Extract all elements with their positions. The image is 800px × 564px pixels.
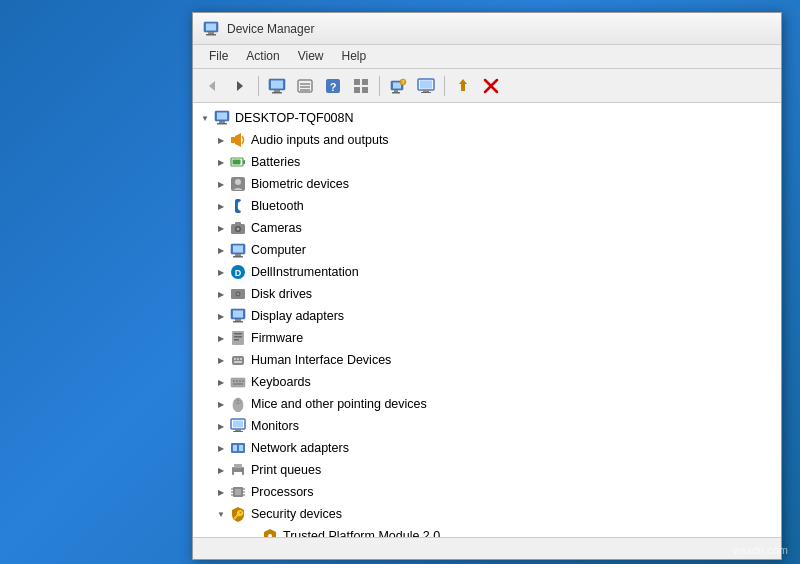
item-chevron: ▶ xyxy=(213,488,229,497)
tree-item[interactable]: ▶Display adapters xyxy=(193,305,781,327)
monitor-button[interactable] xyxy=(413,74,439,98)
item-chevron: ▶ xyxy=(213,180,229,189)
svg-rect-36 xyxy=(231,137,235,143)
tree-root-item[interactable]: DESKTOP-TQF008N xyxy=(193,107,781,129)
svg-rect-48 xyxy=(235,222,241,225)
item-icon xyxy=(229,219,247,237)
item-label: Keyboards xyxy=(251,375,311,389)
update-button[interactable] xyxy=(450,74,476,98)
svg-text:D: D xyxy=(235,268,242,278)
device-manager-window: Device Manager File Action View Help xyxy=(192,12,782,560)
item-chevron: ▶ xyxy=(213,268,229,277)
svg-point-90 xyxy=(241,469,243,471)
item-icon xyxy=(229,373,247,391)
svg-rect-69 xyxy=(240,358,242,360)
item-label: Firmware xyxy=(251,331,303,345)
svg-rect-64 xyxy=(234,336,242,338)
forward-button[interactable] xyxy=(227,74,253,98)
item-label: Processors xyxy=(251,485,314,499)
svg-rect-86 xyxy=(239,445,243,451)
item-chevron: ▶ xyxy=(213,466,229,475)
item-label: Security devices xyxy=(251,507,342,521)
item-icon xyxy=(229,329,247,347)
item-chevron: ▶ xyxy=(213,136,229,145)
svg-rect-68 xyxy=(237,358,239,360)
menu-action[interactable]: Action xyxy=(238,48,287,65)
item-label: Cameras xyxy=(251,221,302,235)
svg-marker-5 xyxy=(237,81,243,91)
svg-rect-61 xyxy=(233,321,243,323)
svg-rect-82 xyxy=(235,429,241,431)
svg-rect-66 xyxy=(232,356,244,365)
svg-rect-51 xyxy=(235,254,241,256)
svg-rect-21 xyxy=(393,82,401,88)
svg-rect-89 xyxy=(234,472,242,476)
remove-button[interactable] xyxy=(478,74,504,98)
item-icon xyxy=(229,285,247,303)
item-icon xyxy=(229,131,247,149)
item-label: Audio inputs and outputs xyxy=(251,133,389,147)
item-chevron: ▶ xyxy=(213,334,229,343)
svg-rect-85 xyxy=(233,445,237,451)
svg-rect-75 xyxy=(242,380,244,382)
tree-item[interactable]: ▶Disk drives xyxy=(193,283,781,305)
tree-item[interactable]: ▶Batteries xyxy=(193,151,781,173)
item-icon xyxy=(229,307,247,325)
menu-view[interactable]: View xyxy=(290,48,332,65)
item-chevron: ▶ xyxy=(213,444,229,453)
item-label: Network adapters xyxy=(251,441,349,455)
svg-point-57 xyxy=(237,293,239,295)
svg-rect-27 xyxy=(420,80,432,88)
back-button[interactable] xyxy=(199,74,225,98)
tree-item[interactable]: ▶Network adapters xyxy=(193,437,781,459)
svg-rect-63 xyxy=(234,333,242,335)
svg-rect-16 xyxy=(354,79,360,85)
menu-help[interactable]: Help xyxy=(334,48,375,65)
toolbar-sep-3 xyxy=(444,76,445,96)
toolbar-sep-1 xyxy=(258,76,259,96)
tree-item[interactable]: ▶Firmware xyxy=(193,327,781,349)
svg-rect-60 xyxy=(235,319,241,321)
item-chevron: ▶ xyxy=(213,422,229,431)
item-label: Bluetooth xyxy=(251,199,304,213)
scan-button[interactable]: ! xyxy=(385,74,411,98)
svg-marker-4 xyxy=(209,81,215,91)
tree-item[interactable]: ▶Mice and other pointing devices xyxy=(193,393,781,415)
item-icon xyxy=(229,483,247,501)
computer-button[interactable] xyxy=(264,74,290,98)
item-chevron: ▶ xyxy=(213,158,229,167)
tree-item[interactable]: ▶Keyboards xyxy=(193,371,781,393)
help-button[interactable]: ? xyxy=(320,74,346,98)
svg-rect-50 xyxy=(233,246,243,253)
grid-button[interactable] xyxy=(348,74,374,98)
tree-item[interactable]: ▶Audio inputs and outputs xyxy=(193,129,781,151)
svg-rect-76 xyxy=(233,383,243,385)
tree-item[interactable]: Trusted Platform Module 2.0 xyxy=(193,525,781,537)
item-icon xyxy=(229,351,247,369)
item-icon: D xyxy=(229,263,247,281)
tree-item[interactable]: ▶Bluetooth xyxy=(193,195,781,217)
tree-item[interactable]: ▶Human Interface Devices xyxy=(193,349,781,371)
svg-point-42 xyxy=(235,179,241,185)
tree-item[interactable]: ▶DDellInstrumentation xyxy=(193,261,781,283)
menu-file[interactable]: File xyxy=(201,48,236,65)
watermark: wsxdn.com xyxy=(733,544,788,556)
svg-text:🔑: 🔑 xyxy=(233,509,245,521)
svg-rect-23 xyxy=(392,92,400,94)
tree-item[interactable]: ▼🔑Security devices xyxy=(193,503,781,525)
tree-item[interactable]: ▶Computer xyxy=(193,239,781,261)
tree-item[interactable]: ▶Cameras xyxy=(193,217,781,239)
item-icon xyxy=(229,241,247,259)
item-icon xyxy=(229,153,247,171)
tree-item[interactable]: ▶Processors xyxy=(193,481,781,503)
svg-rect-19 xyxy=(362,87,368,93)
item-icon xyxy=(229,197,247,215)
tree-item[interactable]: ▶Monitors xyxy=(193,415,781,437)
tree-item[interactable]: ▶Print queues xyxy=(193,459,781,481)
tree-item[interactable]: ▶Biometric devices xyxy=(193,173,781,195)
svg-marker-37 xyxy=(235,133,241,147)
svg-rect-74 xyxy=(239,380,241,382)
list-button[interactable] xyxy=(292,74,318,98)
svg-rect-35 xyxy=(217,123,227,125)
title-bar-title: Device Manager xyxy=(227,22,314,36)
